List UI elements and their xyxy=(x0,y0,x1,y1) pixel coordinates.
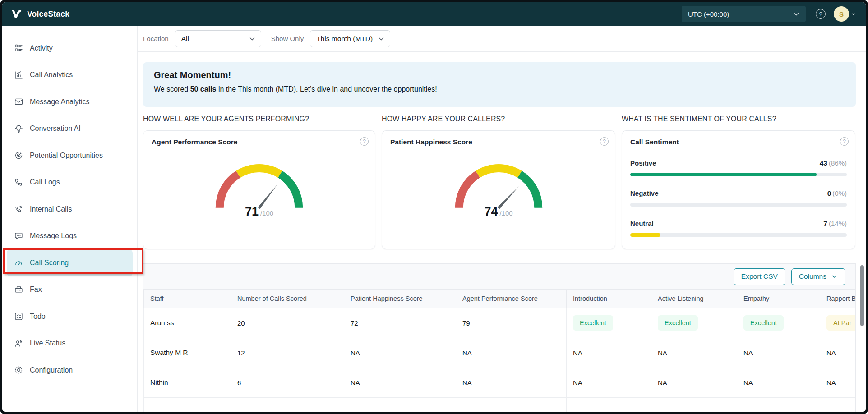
gauge-score: 71 xyxy=(245,205,259,219)
column-header: Number of Calls Scored xyxy=(231,290,344,308)
sidebar-item-call-analytics[interactable]: Call Analytics xyxy=(2,62,137,89)
avatar: S xyxy=(834,6,849,22)
status-badge: Excellent xyxy=(658,315,698,331)
fax-icon xyxy=(14,285,23,294)
columns-button[interactable]: Columns xyxy=(791,268,845,285)
bar-chart-icon xyxy=(14,70,23,80)
card-title: Agent Performance Score xyxy=(152,138,367,146)
column-header: Patient Happiness Score xyxy=(344,290,456,308)
filter-bar: Location All Show Only This month (MTD) xyxy=(138,26,866,52)
lightbulb-icon xyxy=(14,124,23,133)
phone-sync-icon xyxy=(14,204,23,214)
chevron-down-icon xyxy=(792,10,800,18)
sidebar-item-internal-calls[interactable]: Internal Calls xyxy=(2,196,137,223)
show-only-label: Show Only xyxy=(271,35,304,42)
chevron-down-icon xyxy=(831,273,838,280)
sidebar-item-conversation-ai[interactable]: Conversation AI xyxy=(2,115,137,143)
column-header: Staff xyxy=(144,290,231,308)
help-button[interactable]: ? xyxy=(816,9,826,19)
chevron-down-icon xyxy=(850,11,857,17)
question-mark-icon: ? xyxy=(819,11,822,18)
main-content: Location All Show Only This month (MTD) … xyxy=(138,26,866,412)
happy-callers-section: HOW HAPPY ARE YOUR CALLERS? Patient Happ… xyxy=(382,115,615,249)
staff-scoring-table: Export CSV Columns Staff Number of Calls… xyxy=(143,263,856,412)
help-icon[interactable]: ? xyxy=(840,137,849,146)
agent-performance-gauge xyxy=(208,157,310,212)
section-heading: WHAT IS THE SENTIMENT OF YOUR CALLS? xyxy=(622,115,855,123)
column-header: Agent Performance Score xyxy=(456,290,567,308)
export-csv-button[interactable]: Export CSV xyxy=(734,268,785,285)
momentum-banner: Great Momentum! We scored 50 calls in th… xyxy=(143,62,856,107)
table-row: Nithin 6 NA NA NA NA NA NA xyxy=(144,368,856,397)
sentiment-bar xyxy=(630,203,847,207)
table-toolbar: Export CSV Columns xyxy=(143,264,855,290)
sentiment-row-neutral: Neutral 7(14%) xyxy=(630,220,847,237)
sidebar-item-label: Potential Opportunities xyxy=(30,152,103,160)
sentiment-section: WHAT IS THE SENTIMENT OF YOUR CALLS? Cal… xyxy=(622,115,855,249)
gear-icon xyxy=(14,365,23,375)
table-row: Swathy M R 12 NA NA NA NA NA NA xyxy=(144,338,856,368)
call-sentiment-card: Call Sentiment ? Positive 43(86%) xyxy=(622,130,855,249)
banner-title: Great Momentum! xyxy=(154,70,845,80)
brand: VoiceStack xyxy=(11,9,69,19)
column-header: Introduction xyxy=(567,290,651,308)
period-value: This month (MTD) xyxy=(316,35,373,43)
sidebar-item-message-logs[interactable]: Message Logs xyxy=(2,223,137,250)
card-title: Call Sentiment xyxy=(630,138,847,146)
brand-name: VoiceStack xyxy=(27,9,69,19)
status-badge: At Par xyxy=(826,315,856,331)
scroll-area: Great Momentum! We scored 50 calls in th… xyxy=(138,52,866,412)
sidebar-item-label: Live Status xyxy=(30,339,65,347)
location-select[interactable]: All xyxy=(175,30,261,47)
gauge-score-max: /100 xyxy=(260,209,273,217)
live-status-icon xyxy=(14,339,23,348)
location-label: Location xyxy=(143,35,169,42)
help-icon[interactable]: ? xyxy=(360,137,369,146)
sidebar-item-call-logs[interactable]: Call Logs xyxy=(2,169,137,196)
sidebar-item-label: Fax xyxy=(30,285,42,294)
phone-icon xyxy=(14,178,23,187)
sidebar-item-message-analytics[interactable]: Message Analytics xyxy=(2,88,137,115)
timezone-select[interactable]: UTC (+00:00) xyxy=(682,6,806,22)
gauge-score-max: /100 xyxy=(499,209,512,217)
patient-happiness-card: Patient Happiness Score ? xyxy=(382,130,615,249)
gauge-score: 74 xyxy=(484,205,498,219)
status-badge: Excellent xyxy=(743,315,784,331)
sidebar-item-label: Message Analytics xyxy=(30,98,90,106)
agents-performing-section: HOW WELL ARE YOUR AGENTS PERFORMING? Age… xyxy=(143,115,375,249)
sidebar-item-call-scoring[interactable]: Call Scoring xyxy=(7,249,133,276)
voicestack-app: VoiceStack UTC (+00:00) ? S Activity Cal… xyxy=(2,2,866,412)
timezone-value: UTC (+00:00) xyxy=(688,10,729,18)
sidebar-item-label: Todo xyxy=(30,313,46,321)
column-header: Empathy xyxy=(737,290,820,308)
sentiment-bar xyxy=(630,233,847,237)
sidebar-item-potential-opportunities[interactable]: Potential Opportunities xyxy=(2,142,137,169)
patient-happiness-gauge xyxy=(448,157,549,212)
target-icon xyxy=(14,151,23,160)
status-badge: Excellent xyxy=(573,315,613,331)
sentiment-bar xyxy=(630,173,847,176)
sidebar-item-label: Call Logs xyxy=(30,178,60,186)
sidebar-item-todo[interactable]: Todo xyxy=(2,303,137,330)
envelope-icon xyxy=(14,97,23,106)
help-icon[interactable]: ? xyxy=(600,137,609,146)
sidebar-item-label: Message Logs xyxy=(30,232,77,240)
location-value: All xyxy=(181,35,189,43)
sidebar-item-fax[interactable]: Fax xyxy=(2,276,137,304)
sidebar-item-label: Activity xyxy=(30,44,53,52)
sidebar-item-configuration[interactable]: Configuration xyxy=(2,357,137,384)
sidebar-item-activity[interactable]: Activity xyxy=(2,35,137,62)
user-menu[interactable]: S xyxy=(834,6,857,22)
sentiment-row-positive: Positive 43(86%) xyxy=(630,159,847,176)
vertical-scrollbar[interactable] xyxy=(860,265,864,326)
sentiment-row-negative: Negative 0(0%) xyxy=(630,189,847,207)
activity-icon xyxy=(14,43,23,53)
period-select[interactable]: This month (MTD) xyxy=(310,30,390,47)
chevron-down-icon xyxy=(248,35,256,43)
sidebar-item-live-status[interactable]: Live Status xyxy=(2,330,137,357)
chat-bubble-icon xyxy=(14,231,23,241)
gauge-icon xyxy=(14,258,23,267)
sidebar-item-label: Configuration xyxy=(30,366,73,374)
section-heading: HOW WELL ARE YOUR AGENTS PERFORMING? xyxy=(143,115,375,123)
sidebar-item-label: Call Analytics xyxy=(30,71,73,79)
